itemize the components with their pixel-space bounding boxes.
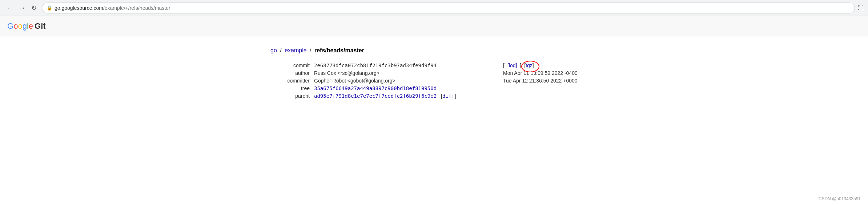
committer-date: Tue Apr 12 21:36:50 2022 +0000 xyxy=(489,78,578,84)
url-path: /example/+/refs/heads/master xyxy=(103,5,170,11)
main-content: go / example / refs/heads/master commit … xyxy=(0,36,868,112)
commit-row: commit 2e68773dfca072cb81f219fc3b97ad34f… xyxy=(278,63,598,68)
breadcrumb-separator-2: / xyxy=(310,47,313,53)
author-date-value: Mon Apr 11 13:09:59 2022 -0400 xyxy=(503,70,578,76)
parent-label: parent xyxy=(278,93,314,99)
breadcrumb-separator-1: / xyxy=(280,47,283,53)
nav-buttons: ← → ↻ xyxy=(4,4,39,12)
tgz-link[interactable]: tgz xyxy=(526,63,533,68)
url-domain: go.googlesource.com xyxy=(55,5,103,11)
google-logo-text: Google xyxy=(7,21,33,31)
breadcrumb-example-link[interactable]: example xyxy=(285,47,306,53)
tree-row: tree 35a675f6649a27a449a8897c900bd18ef81… xyxy=(278,85,598,91)
author-row: author Russ Cox <rsc@golang.org> Mon Apr… xyxy=(278,70,598,76)
breadcrumb: go / example / refs/heads/master xyxy=(270,47,598,54)
committer-row: committer Gopher Robot <gobot@golang.org… xyxy=(278,78,598,84)
url-text: go.googlesource.com/example/+/refs/heads… xyxy=(55,5,850,11)
diff-link[interactable]: diff xyxy=(442,93,455,99)
content-wrapper: go / example / refs/heads/master commit … xyxy=(270,47,598,101)
back-button[interactable]: ← xyxy=(4,4,15,12)
commit-links: [[log]] [tgz] xyxy=(489,63,534,68)
tgz-circle: [tgz] xyxy=(524,63,534,68)
committer-label: committer xyxy=(278,78,314,84)
committer-value: Gopher Robot <gobot@golang.org> xyxy=(314,78,395,84)
lock-icon: 🔒 xyxy=(47,5,52,11)
tree-value: 35a675f6649a27a449a8897c900bd18ef819950d xyxy=(314,85,437,91)
parent-row: parent ad95e7f791d8e1e7e7ec7f7cedfc2f6b2… xyxy=(278,93,598,99)
reload-button[interactable]: ↻ xyxy=(29,4,39,12)
breadcrumb-current: refs/heads/master xyxy=(314,47,364,53)
tree-label: tree xyxy=(278,85,314,91)
browser-chrome: ← → ↻ 🔒 go.googlesource.com/example/+/re… xyxy=(0,0,868,16)
git-logo-text: Git xyxy=(35,21,46,31)
log-link[interactable]: [log] xyxy=(507,63,517,68)
google-git-logo: Google Git xyxy=(7,21,46,31)
commit-label: commit xyxy=(278,63,314,68)
tree-hash-link[interactable]: 35a675f6649a27a449a8897c900bd18ef819950d xyxy=(314,85,437,91)
parent-value: ad95e7f791d8e1e7e7ec7f7cedfc2f6b29f6c9e2… xyxy=(314,93,456,99)
header-bar: Google Git xyxy=(0,16,868,36)
address-bar[interactable]: 🔒 go.googlesource.com/example/+/refs/hea… xyxy=(42,3,855,13)
forward-button[interactable]: → xyxy=(17,4,28,12)
breadcrumb-go-link[interactable]: go xyxy=(270,47,277,53)
parent-hash-link[interactable]: ad95e7f791d8e1e7e7ec7f7cedfc2f6b29f6c9e2 xyxy=(314,93,437,99)
committer-date-value: Tue Apr 12 21:36:50 2022 +0000 xyxy=(503,78,578,84)
commit-hash: 2e68773dfca072cb81f219fc3b97ad34fe9d9f94 xyxy=(314,63,437,68)
screenshot-icon: ⛶ xyxy=(858,5,864,11)
author-label: author xyxy=(278,70,314,76)
author-date: Mon Apr 11 13:09:59 2022 -0400 xyxy=(489,70,578,76)
author-value: Russ Cox <rsc@golang.org> xyxy=(314,70,379,76)
